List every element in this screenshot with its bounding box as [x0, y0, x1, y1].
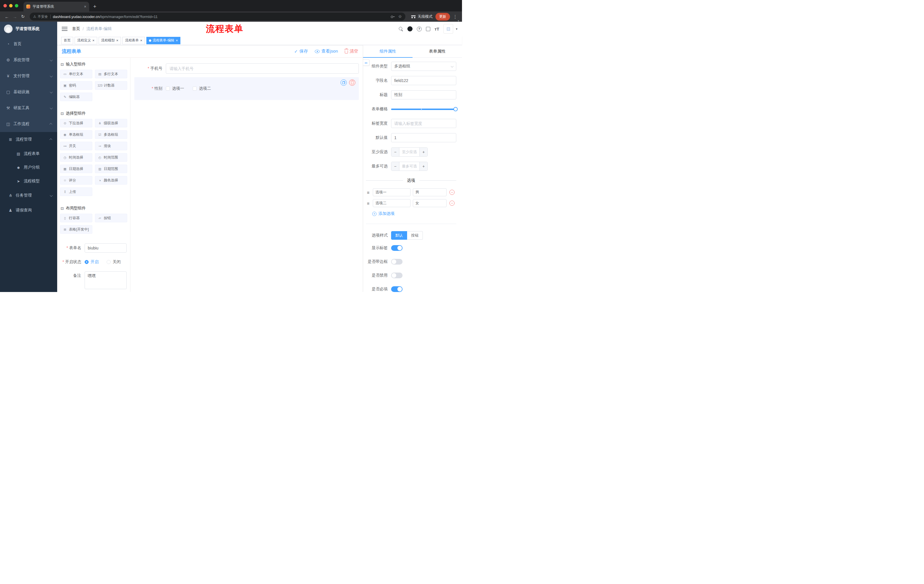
tag-process-definition[interactable]: 流程定义 × — [74, 37, 97, 44]
palette-item-date-range[interactable]: ▥日期范围 — [95, 165, 127, 173]
palette-item-time-picker[interactable]: ◷时间选择 — [60, 153, 92, 162]
star-icon[interactable]: ☆ — [398, 14, 402, 19]
status-off-radio[interactable]: 关闭 — [107, 260, 120, 265]
option-1-name-input[interactable] — [373, 188, 411, 196]
minimize-window-button[interactable] — [9, 4, 13, 7]
zoom-window-button[interactable] — [15, 4, 18, 7]
plus-icon[interactable]: + — [419, 148, 427, 156]
palette-item-single-text[interactable]: ▭单行文本 — [60, 70, 92, 78]
close-icon[interactable]: × — [92, 39, 95, 42]
sidebar-item-task-manage[interactable]: ⋔ 任务管理 — [0, 188, 57, 203]
component-type-value[interactable] — [391, 62, 456, 71]
tab-form-props[interactable]: 表单属性 — [412, 45, 462, 58]
palette-item-counter[interactable]: 123计数器 — [95, 81, 127, 90]
show-label-switch[interactable] — [391, 245, 403, 251]
drag-icon[interactable]: ≡ — [366, 190, 371, 195]
reload-icon[interactable]: ↻ — [19, 13, 27, 21]
sidebar-item-workflow[interactable]: ◫ 工作流程 — [0, 116, 57, 132]
plus-icon[interactable]: + — [419, 162, 427, 171]
minus-icon[interactable]: − — [449, 201, 455, 206]
clear-button[interactable]: 清空 — [345, 49, 358, 54]
palette-item-editor[interactable]: ✎编辑器 — [60, 92, 92, 101]
palette-item-date-picker[interactable]: ▦日期选择 — [60, 165, 92, 173]
sidebar-item-user-group[interactable]: ☻ 用户分组 — [0, 161, 57, 174]
password-key-icon[interactable] — [391, 14, 395, 19]
github-button[interactable] — [408, 26, 412, 31]
forward-icon[interactable]: → — [11, 13, 19, 21]
sidebar-item-infra[interactable]: ▢ 基础设施 — [0, 84, 57, 100]
search-button[interactable] — [399, 27, 403, 31]
option-1-value-input[interactable] — [413, 188, 447, 196]
sidebar-item-process-manage[interactable]: ≣ 流程管理 — [0, 132, 57, 147]
palette-item-select[interactable]: ⊙下拉选择 — [60, 119, 92, 127]
view-json-button[interactable]: 查看json — [315, 49, 338, 54]
option-2-value-input[interactable] — [413, 199, 447, 207]
add-option-button[interactable]: + 添加选项 — [372, 211, 456, 216]
sidebar-item-process-form[interactable]: ▤ 流程表单 — [0, 147, 57, 161]
tag-process-form-edit[interactable]: 流程表单-编辑 × — [146, 37, 181, 44]
sidebar-item-system[interactable]: ⚙ 系统管理 — [0, 52, 57, 68]
save-button[interactable]: ✓ 保存 — [294, 49, 308, 54]
back-icon[interactable]: ← — [3, 13, 11, 21]
browser-tab[interactable]: 芋道管理系统 × — [23, 2, 89, 12]
link-icon[interactable]: ∞ — [363, 59, 370, 66]
canvas-field-gender-selected[interactable]: 性别 选项一 选项二 — [134, 77, 359, 100]
minus-icon[interactable]: − — [391, 148, 399, 156]
palette-item-switch[interactable]: ⊶开关 — [60, 142, 92, 150]
plus-icon[interactable]: + — [93, 4, 96, 9]
gender-option-1-checkbox[interactable]: 选项一 — [166, 86, 184, 91]
palette-item-cascader[interactable]: ⋔级联选择 — [95, 119, 127, 127]
palette-item-checkbox-group[interactable]: ☑多选框组 — [95, 130, 127, 139]
title-input[interactable] — [391, 90, 456, 99]
close-icon[interactable]: × — [84, 5, 86, 8]
palette-item-color-picker[interactable]: ◑颜色选择 — [95, 176, 127, 184]
label-width-input[interactable] — [391, 119, 456, 128]
form-name-input[interactable] — [85, 243, 127, 253]
palette-item-password[interactable]: ▣密码 — [60, 81, 92, 90]
close-window-button[interactable] — [3, 4, 7, 7]
phone-input[interactable] — [166, 63, 359, 74]
default-value-input[interactable] — [391, 133, 456, 142]
address-bar[interactable]: ⚠ 不安全 dashboard.yudao.iocoder.cn /bpm/ma… — [30, 13, 405, 21]
menu-dots-icon[interactable]: ⋮ — [453, 14, 457, 20]
update-button[interactable]: 更新 — [436, 13, 450, 21]
with-border-switch[interactable] — [391, 259, 403, 265]
help-button[interactable] — [417, 26, 422, 31]
form-remark-textarea[interactable]: 嘿嘿 — [85, 271, 127, 289]
breadcrumb-home[interactable]: 首页 — [72, 26, 80, 31]
drag-icon[interactable]: ≡ — [366, 201, 371, 206]
close-icon[interactable]: × — [116, 39, 119, 42]
palette-item-rate[interactable]: ☆评分 — [60, 176, 92, 184]
minus-icon[interactable]: − — [391, 162, 399, 171]
avatar[interactable] — [444, 24, 453, 34]
palette-item-multi-text[interactable]: ▤多行文本 — [95, 70, 127, 78]
min-select-stepper[interactable]: − 至少应选 + — [391, 147, 428, 156]
style-default-button[interactable]: 默认 — [391, 231, 407, 240]
palette-item-radio-group[interactable]: ◉单选框组 — [60, 130, 92, 139]
fontsize-button[interactable]: тT — [434, 26, 439, 31]
palette-item-time-range[interactable]: ◴时间范围 — [95, 153, 127, 162]
field-name-input[interactable] — [391, 76, 456, 85]
hamburger-icon[interactable] — [62, 27, 68, 31]
sidebar-item-devtools[interactable]: ⚒ 研发工具 — [0, 100, 57, 116]
gender-option-2-checkbox[interactable]: 选项二 — [193, 86, 211, 91]
fullscreen-button[interactable] — [426, 27, 430, 31]
copy-field-button[interactable] — [340, 79, 347, 86]
sidebar-item-payment[interactable]: ¥ 支付管理 — [0, 68, 57, 84]
slider-handle[interactable] — [454, 107, 458, 112]
tag-home[interactable]: 首页 — [61, 37, 73, 44]
status-on-radio[interactable]: 开启 — [85, 260, 99, 265]
tab-component-props[interactable]: 组件属性 — [363, 45, 412, 58]
palette-item-slider[interactable]: ⊸滑块 — [95, 142, 127, 150]
style-button-button[interactable]: 按钮 — [407, 231, 423, 240]
max-select-stepper[interactable]: − 最多可选 + — [391, 162, 428, 171]
grid-slider[interactable] — [391, 109, 456, 110]
delete-field-button[interactable] — [349, 79, 355, 86]
security-status[interactable]: ⚠ 不安全 — [33, 14, 48, 19]
palette-item-upload[interactable]: ↥上传 — [60, 188, 92, 196]
close-icon[interactable]: × — [176, 39, 178, 42]
tag-process-form[interactable]: 流程表单 × — [122, 37, 145, 44]
component-type-select[interactable] — [391, 62, 456, 71]
caret-down-icon[interactable]: ▾ — [456, 27, 457, 31]
disabled-switch[interactable] — [391, 273, 403, 278]
